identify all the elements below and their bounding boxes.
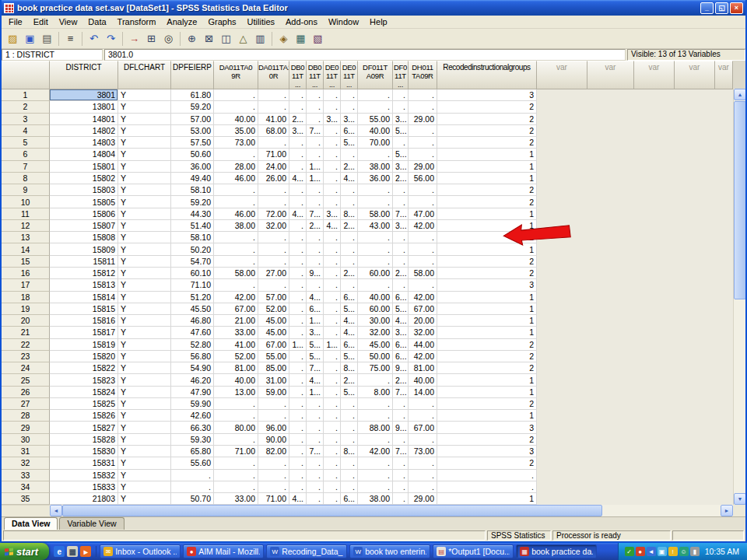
cell-da011ta10r-row30[interactable]: 90.00 [258,434,289,446]
cell-recoded-row17[interactable]: 3 [437,279,537,291]
internet-explorer-icon[interactable]: e [54,546,65,557]
goto-case-icon[interactable]: → [126,31,142,47]
cell-recoded-row2[interactable]: 2 [437,101,537,113]
cell-recoded-row19[interactable]: 1 [437,303,537,315]
cell-dflchart-row1[interactable]: Y [118,89,171,101]
cell-da011ta09r-row17[interactable]: . [214,279,258,291]
cell-df011t_2-row2[interactable]: . [393,101,409,113]
cell-recoded-row9[interactable]: 2 [437,184,537,196]
cell-da011ta10r-row3[interactable]: 41.00 [258,114,289,125]
cell-dflchart-row19[interactable]: Y [118,303,171,315]
cell-df011t_2-row12[interactable]: 3... [393,220,409,232]
cell-dpfeierp-row30[interactable]: 59.30 [171,434,214,446]
row-header[interactable]: 26 [2,387,50,398]
column-header-db011t_2[interactable]: DB0 11T ... [307,61,324,89]
cell-dpfeierp-row12[interactable]: 51.40 [171,220,214,232]
cell-db011t_1-row28[interactable]: . [289,410,307,422]
cell-da011ta09r-row4[interactable]: 35.00 [214,125,258,137]
cell-dflchart-row21[interactable]: Y [118,327,171,338]
cell-de011t_1-row29[interactable]: . [324,422,341,433]
cell-df011ta09r-row19[interactable]: 60.00 [358,303,393,315]
cell-df011ta09r-row27[interactable]: . [358,398,393,410]
tab-variable-view[interactable]: Variable View [59,517,124,530]
cell-db011t_1-row27[interactable]: . [289,398,307,410]
cell-da011ta10r-row2[interactable]: . [258,101,289,113]
cell-df011t_2-row33[interactable]: . [393,470,409,481]
cell-district-row22[interactable]: 15819 [50,339,118,351]
task-aim-mail[interactable]: ●AIM Mail - Mozill... [183,544,264,558]
column-header-var[interactable]: var [537,61,587,89]
cell-db011t_2-row25[interactable]: 4... [307,374,324,386]
tab-data-view[interactable]: Data View [4,517,58,530]
scroll-right-icon[interactable]: ► [721,505,733,516]
cell-df011t_2-row31[interactable]: 7... [393,446,409,457]
cell-dpfeierp-row8[interactable]: 49.40 [171,173,214,184]
cell-da011ta10r-row11[interactable]: 72.00 [258,208,289,220]
cell-dflchart-row26[interactable]: Y [118,387,171,398]
cell-df011t_2-row1[interactable]: . [393,89,409,101]
cell-db011t_1-row15[interactable]: . [289,256,307,268]
cell-df011t_2-row9[interactable]: . [393,184,409,196]
cell-da011ta09r-row20[interactable]: 21.00 [214,315,258,327]
cell-dpfeierp-row5[interactable]: 57.50 [171,137,214,149]
cell-dh011ta09r-row30[interactable]: . [409,434,437,446]
cell-df011ta09r-row5[interactable]: 70.00 [358,137,393,149]
cell-dflchart-row15[interactable]: Y [118,256,171,268]
cell-de011t_1-row14[interactable]: . [324,243,341,255]
cell-district-row31[interactable]: 15830 [50,446,118,457]
cell-db011t_2-row26[interactable]: 1... [307,387,324,398]
row-header[interactable]: 31 [2,446,50,457]
cell-df011ta09r-row11[interactable]: 58.00 [358,208,393,220]
menu-item-add-ons[interactable]: Add-ons [280,16,323,27]
cell-df011ta09r-row7[interactable]: 38.00 [358,161,393,173]
cell-dpfeierp-row16[interactable]: 60.10 [171,268,214,279]
cell-db011t_2-row20[interactable]: 1... [307,315,324,327]
cell-dpfeierp-row11[interactable]: 44.30 [171,208,214,220]
cell-district-row28[interactable]: 15826 [50,410,118,422]
cell-dh011ta09r-row9[interactable]: . [409,184,437,196]
cell-dflchart-row32[interactable]: Y [118,457,171,469]
cell-da011ta10r-row12[interactable]: 32.00 [258,220,289,232]
row-header[interactable]: 1 [2,89,50,101]
cell-db011t_2-row32[interactable]: . [307,457,324,469]
cell-df011t_2-row13[interactable]: . [393,232,409,243]
cell-db011t_1-row18[interactable]: . [289,292,307,303]
cell-dpfeierp-row15[interactable]: 54.70 [171,256,214,268]
cell-dflchart-row27[interactable]: Y [118,398,171,410]
cell-de011t_2-row31[interactable]: 8... [341,446,358,457]
cell-da011ta10r-row6[interactable]: 71.00 [258,149,289,160]
cell-de011t_2-row6[interactable]: . [341,149,358,160]
cell-df011t_2-row11[interactable]: 7... [393,208,409,220]
cell-de011t_2-row11[interactable]: 8... [341,208,358,220]
cell-da011ta09r-row27[interactable]: . [214,398,258,410]
cell-df011t_2-row6[interactable]: 5... [393,149,409,160]
cell-df011t_2-row18[interactable]: 6... [393,292,409,303]
cell-dflchart-row11[interactable]: Y [118,208,171,220]
cell-de011t_1-row1[interactable]: . [324,89,341,101]
cell-da011ta10r-row20[interactable]: 45.00 [258,315,289,327]
cell-de011t_1-row23[interactable]: . [324,351,341,362]
cell-dflchart-row4[interactable]: Y [118,125,171,137]
cell-dh011ta09r-row32[interactable]: . [409,457,437,469]
vertical-scrollbar[interactable]: ▲ ▼ [733,89,745,505]
cell-df011t_2-row26[interactable]: 7... [393,387,409,398]
cell-de011t_1-row27[interactable]: . [324,398,341,410]
cell-df011ta09r-row3[interactable]: 55.00 [358,114,393,125]
cell-recoded-row22[interactable]: 2 [437,339,537,351]
row-header[interactable]: 23 [2,351,50,362]
cell-de011t_2-row20[interactable]: 4... [341,315,358,327]
cell-db011t_2-row2[interactable]: . [307,101,324,113]
task-book-practice-data[interactable]: ▦book practice da... [516,544,597,558]
split-file-icon[interactable]: ◫ [218,31,234,47]
row-header[interactable]: 3 [2,114,50,125]
cell-de011t_2-row34[interactable]: . [341,481,358,493]
cell-de011t_2-row27[interactable]: . [341,398,358,410]
undo-icon[interactable]: ↶ [86,31,102,47]
cell-db011t_1-row32[interactable]: . [289,457,307,469]
cell-df011ta09r-row18[interactable]: 40.00 [358,292,393,303]
cell-de011t_1-row11[interactable]: 3... [324,208,341,220]
cell-da011ta10r-row15[interactable]: . [258,256,289,268]
cell-de011t_1-row4[interactable]: . [324,125,341,137]
cell-df011t_2-row29[interactable]: 9... [393,422,409,433]
cell-dpfeierp-row32[interactable]: 55.60 [171,457,214,469]
